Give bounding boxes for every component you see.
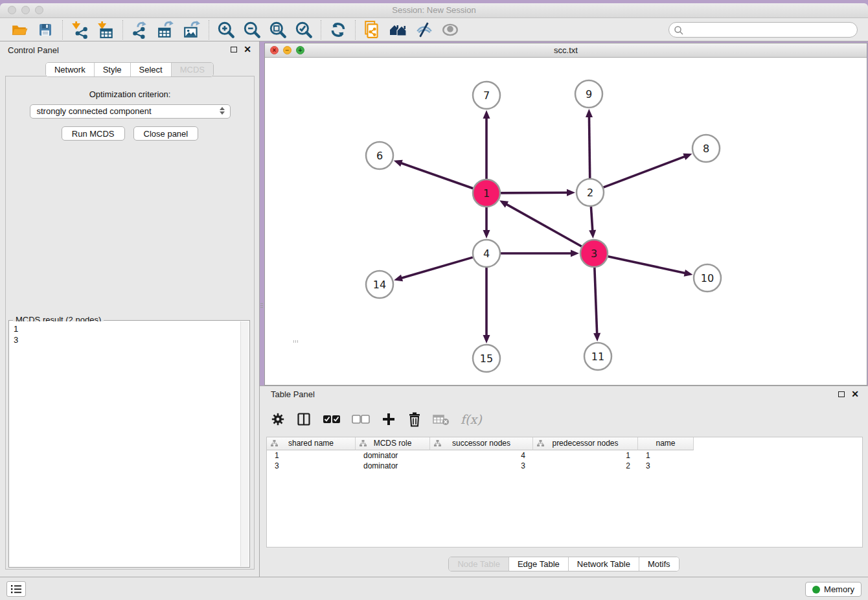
- cell-successor-nodes[interactable]: 3: [430, 461, 533, 471]
- network-title: scc.txt: [265, 45, 867, 55]
- table-row[interactable]: 1dominator411: [267, 450, 862, 461]
- search-input[interactable]: [686, 23, 852, 36]
- graph-edge-1-2[interactable]: [501, 192, 568, 193]
- show-column-panel-button[interactable]: [296, 411, 312, 427]
- table-row[interactable]: 3dominator323: [267, 461, 862, 471]
- table-tab-motifs[interactable]: Motifs: [639, 557, 679, 571]
- apply-layout-button[interactable]: [325, 19, 351, 40]
- close-panel-button[interactable]: Close panel: [133, 126, 199, 141]
- close-table-panel-icon[interactable]: ✕: [851, 391, 859, 397]
- network-graph[interactable]: 7968124314101511: [265, 58, 867, 385]
- table-tab-network-table[interactable]: Network Table: [569, 557, 639, 571]
- float-table-panel-icon[interactable]: [838, 391, 845, 397]
- select-all-rows-button[interactable]: [323, 414, 341, 424]
- table-panel-title: Table Panel: [271, 389, 315, 399]
- delete-table-button[interactable]: [433, 413, 450, 426]
- result-scrollbar[interactable]: [240, 321, 249, 566]
- column-header-shared-name[interactable]: shared name: [267, 437, 356, 450]
- control-tab-network[interactable]: Network: [46, 63, 95, 76]
- toolbar-separator: [321, 20, 321, 40]
- table-panel: Table Panel ✕: [260, 386, 868, 577]
- graph-node-label-6: 6: [376, 150, 383, 162]
- table-settings-button[interactable]: [271, 412, 285, 426]
- toolbar-separator: [209, 20, 209, 40]
- control-tab-style[interactable]: Style: [95, 63, 131, 76]
- graph-node-label-4: 4: [483, 248, 490, 260]
- save-session-button[interactable]: [32, 19, 58, 40]
- panel-splitter-handle[interactable]: [260, 299, 264, 311]
- column-tree-icon: [271, 440, 278, 447]
- memory-button[interactable]: Memory: [805, 582, 862, 597]
- cell-name[interactable]: 3: [638, 461, 694, 471]
- zoom-selected-button[interactable]: [291, 19, 317, 40]
- close-panel-icon[interactable]: ✕: [244, 46, 251, 52]
- show-hidden-button[interactable]: [437, 19, 463, 40]
- export-network-button[interactable]: [127, 19, 153, 40]
- graph-edge-arrowhead: [567, 189, 575, 196]
- column-header-predecessor-nodes[interactable]: predecessor nodes: [533, 437, 638, 450]
- import-table-button[interactable]: [93, 19, 119, 40]
- zoom-fit-icon: [269, 21, 287, 39]
- graph-edge-4-14[interactable]: [401, 257, 473, 278]
- graph-edge-3-10[interactable]: [608, 257, 685, 273]
- column-tree-icon: [434, 440, 441, 447]
- zoom-fit-button[interactable]: [265, 19, 291, 40]
- add-row-button[interactable]: [381, 411, 396, 427]
- view-splitter-handle[interactable]: [290, 340, 301, 343]
- cell-shared-name[interactable]: 3: [267, 461, 356, 471]
- network-window-titlebar[interactable]: × − + scc.txt: [265, 43, 867, 58]
- graph-edge-2-9[interactable]: [589, 116, 589, 178]
- export-image-button[interactable]: [179, 19, 205, 40]
- cell-MCDS-role[interactable]: dominator: [356, 450, 430, 461]
- window-title: Session: New Session: [0, 5, 868, 15]
- import-network-button[interactable]: [67, 19, 93, 40]
- cell-name[interactable]: 1: [638, 450, 694, 461]
- export-table-button[interactable]: [153, 19, 179, 40]
- columns-icon: [296, 411, 312, 427]
- hide-selected-button[interactable]: [411, 19, 437, 40]
- graph-edge-3-1[interactable]: [506, 204, 582, 247]
- toolbar-separator: [355, 20, 356, 40]
- mcds-result-group: MCDS result (2 nodes) 1 3: [8, 320, 250, 568]
- eye-icon: [441, 21, 459, 38]
- control-tab-select[interactable]: Select: [131, 63, 172, 76]
- column-label: MCDS role: [374, 439, 412, 448]
- deselect-all-rows-button[interactable]: [352, 414, 370, 424]
- table-tab-edge-table[interactable]: Edge Table: [509, 557, 569, 571]
- optimization-criterion-label: Optimization criterion:: [6, 89, 254, 99]
- network-canvas[interactable]: 7968124314101511: [265, 58, 867, 385]
- float-panel-icon[interactable]: [231, 47, 237, 52]
- column-header-successor-nodes[interactable]: successor nodes: [430, 437, 533, 450]
- select-chevrons-icon: [220, 107, 225, 115]
- cell-MCDS-role[interactable]: dominator: [356, 461, 430, 471]
- graph-edge-1-6[interactable]: [400, 163, 473, 188]
- clone-network-button[interactable]: [360, 19, 385, 40]
- toolbar-separator: [62, 20, 63, 40]
- graph-edge-3-11[interactable]: [595, 268, 597, 334]
- unchecked-boxes-icon: [352, 414, 370, 424]
- graph-edge-2-3[interactable]: [591, 207, 592, 231]
- graph-node-label-11: 11: [591, 351, 604, 363]
- cell-successor-nodes[interactable]: 4: [430, 450, 533, 461]
- table-tab-node-table[interactable]: Node Table: [449, 557, 509, 571]
- open-file-button[interactable]: [6, 19, 32, 40]
- cell-shared-name[interactable]: 1: [267, 450, 356, 461]
- run-mcds-button[interactable]: Run MCDS: [62, 126, 125, 141]
- graph-edge-2-8[interactable]: [604, 156, 686, 187]
- control-tab-mcds[interactable]: MCDS: [172, 63, 213, 76]
- column-header-MCDS-role[interactable]: MCDS role: [356, 437, 430, 450]
- memory-status-icon: [812, 586, 820, 594]
- delete-row-button[interactable]: [407, 411, 422, 427]
- zoom-out-button[interactable]: [239, 19, 265, 40]
- task-history-button[interactable]: [6, 581, 26, 597]
- show-all-button[interactable]: [385, 19, 411, 40]
- apply-function-button[interactable]: f(x): [461, 412, 482, 426]
- criterion-select[interactable]: strongly connected component: [30, 104, 231, 119]
- cell-predecessor-nodes[interactable]: 2: [533, 461, 638, 471]
- mcds-result-list[interactable]: 1 3: [10, 321, 240, 566]
- mcds-panel: Optimization criterion: strongly connect…: [5, 76, 255, 570]
- zoom-in-button[interactable]: [213, 19, 239, 40]
- graph-edge-arrowhead: [593, 333, 600, 341]
- column-header-name[interactable]: name: [638, 437, 694, 450]
- cell-predecessor-nodes[interactable]: 1: [533, 450, 638, 461]
